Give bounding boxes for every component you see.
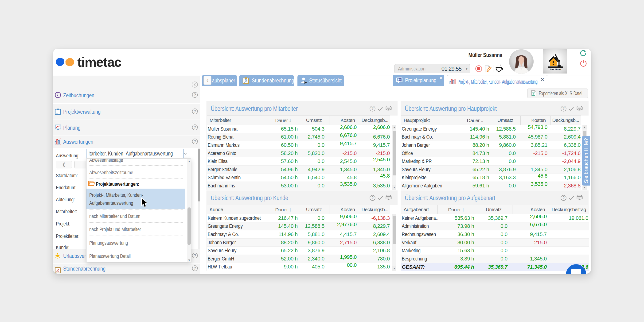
svg-text:?: ? <box>562 196 564 200</box>
svg-text:?: ? <box>194 126 196 130</box>
svg-text:Ihre Firma: Ihre Firma <box>550 68 561 71</box>
svg-text:?: ? <box>194 93 196 97</box>
svg-text:?: ? <box>194 140 196 144</box>
svg-text:?: ? <box>372 196 374 200</box>
svg-text:?: ? <box>194 266 196 270</box>
svg-text:?: ? <box>562 107 564 110</box>
svg-text:?: ? <box>372 107 374 110</box>
svg-text:?: ? <box>194 254 196 258</box>
svg-text:?: ? <box>194 109 196 113</box>
svg-text:E: E <box>533 93 534 96</box>
